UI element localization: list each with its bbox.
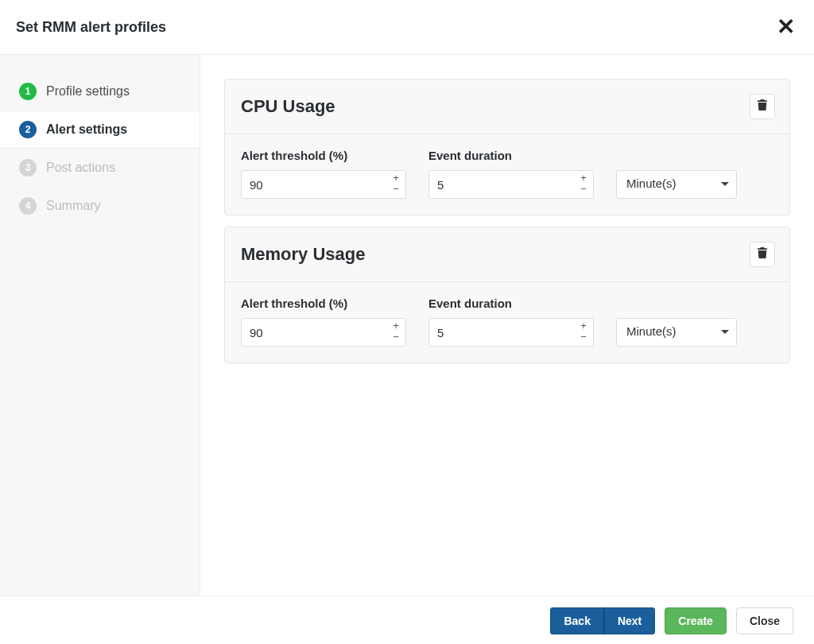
stepper-controls: + − [389, 173, 403, 195]
select-value: Minute(s) [616, 318, 737, 347]
step-profile-settings[interactable]: 1 Profile settings [0, 72, 200, 111]
stepper-up-icon[interactable]: + [389, 173, 403, 184]
panel-memory-usage: Memory Usage Alert threshold (%) + − [224, 227, 790, 363]
duration-stepper: + − [428, 170, 594, 199]
duration-unit-field: Minute(s) [616, 170, 737, 199]
close-button[interactable]: Close [736, 607, 793, 634]
threshold-input[interactable] [241, 318, 406, 347]
step-post-actions[interactable]: 3 Post actions [0, 149, 200, 187]
select-value: Minute(s) [616, 170, 737, 199]
field-label: Alert threshold (%) [241, 149, 406, 162]
duration-unit-select[interactable]: Minute(s) [616, 170, 737, 199]
delete-panel-button[interactable] [750, 94, 775, 119]
stepper-down-icon[interactable]: − [576, 332, 591, 343]
stepper-down-icon[interactable]: − [389, 184, 403, 195]
trash-icon [757, 247, 768, 262]
next-button[interactable]: Next [604, 607, 655, 634]
dialog-header: Set RMM alert profiles ✕ [0, 0, 814, 55]
duration-stepper: + − [428, 318, 594, 347]
nav-button-group: Back Next [550, 607, 655, 634]
duration-input[interactable] [428, 170, 594, 199]
step-alert-settings[interactable]: 2 Alert settings [0, 111, 200, 149]
stepper-down-icon[interactable]: − [389, 332, 403, 343]
step-number-badge: 1 [19, 83, 37, 100]
dialog-title: Set RMM alert profiles [16, 19, 166, 36]
stepper-controls: + − [576, 173, 591, 195]
field-label: Event duration [428, 297, 594, 310]
stepper-up-icon[interactable]: + [389, 320, 403, 332]
threshold-stepper: + − [241, 318, 406, 347]
field-label: Alert threshold (%) [241, 297, 406, 310]
panel-cpu-usage: CPU Usage Alert threshold (%) + − [224, 79, 790, 215]
panel-header: Memory Usage [225, 227, 789, 282]
duration-unit-select[interactable]: Minute(s) [616, 318, 737, 347]
duration-input[interactable] [428, 318, 594, 347]
alert-threshold-field: Alert threshold (%) + − [241, 149, 406, 199]
step-number-badge: 3 [19, 159, 37, 177]
close-icon[interactable]: ✕ [772, 14, 800, 40]
step-number-badge: 2 [19, 121, 37, 138]
delete-panel-button[interactable] [750, 242, 775, 267]
duration-unit-field: Minute(s) [616, 318, 737, 347]
dialog-body: 1 Profile settings 2 Alert settings 3 Po… [0, 55, 814, 596]
event-duration-field: Event duration + − [428, 297, 594, 347]
panel-title: CPU Usage [241, 96, 335, 117]
step-label: Profile settings [46, 84, 130, 99]
step-number-badge: 4 [19, 197, 37, 215]
main-content: CPU Usage Alert threshold (%) + − [200, 55, 814, 596]
step-summary[interactable]: 4 Summary [0, 187, 200, 225]
panel-header: CPU Usage [225, 80, 789, 134]
step-label: Post actions [46, 161, 115, 175]
panel-body: Alert threshold (%) + − Event duration [225, 134, 789, 215]
wizard-sidebar: 1 Profile settings 2 Alert settings 3 Po… [0, 55, 200, 596]
back-button[interactable]: Back [550, 607, 603, 634]
stepper-up-icon[interactable]: + [576, 173, 591, 184]
threshold-stepper: + − [241, 170, 406, 199]
stepper-controls: + − [576, 320, 591, 343]
field-label: Event duration [428, 149, 594, 162]
stepper-controls: + − [389, 320, 403, 343]
step-label: Alert settings [46, 122, 127, 137]
create-button[interactable]: Create [665, 607, 727, 634]
event-duration-field: Event duration + − [428, 149, 594, 199]
stepper-down-icon[interactable]: − [576, 184, 591, 195]
dialog-footer: Back Next Create Close [0, 596, 814, 644]
trash-icon [757, 99, 768, 114]
stepper-up-icon[interactable]: + [576, 320, 591, 332]
step-label: Summary [46, 199, 100, 213]
alert-threshold-field: Alert threshold (%) + − [241, 297, 406, 347]
threshold-input[interactable] [241, 170, 406, 199]
panel-title: Memory Usage [241, 244, 366, 265]
panel-body: Alert threshold (%) + − Event duration [225, 282, 789, 363]
